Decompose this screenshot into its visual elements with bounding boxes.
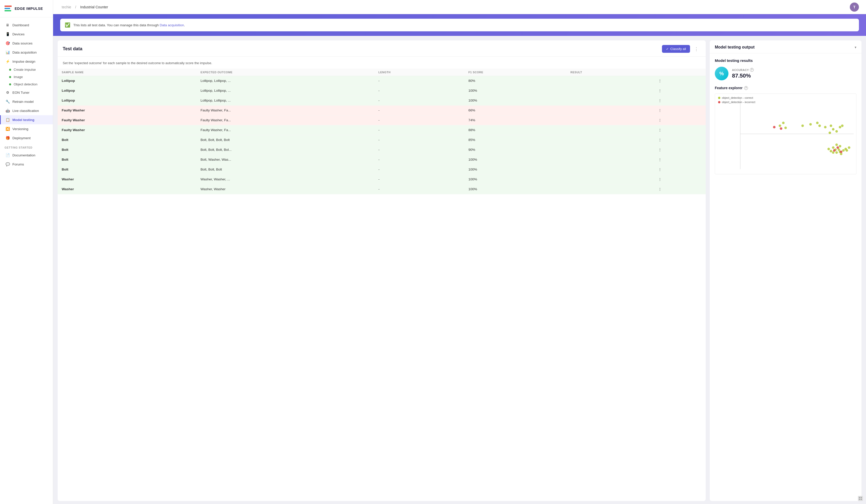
image-dot xyxy=(9,76,11,78)
sidebar-item-versioning[interactable]: 🔀 Versioning xyxy=(0,124,53,134)
sidebar-item-impulse-design[interactable]: ⚡ Impulse design xyxy=(0,57,53,66)
scrollbar-corner[interactable] xyxy=(858,496,863,501)
table-row: Faulty Washer Faulty Washer, Fa... - 66%… xyxy=(58,105,706,115)
cell-f1-score: 100% xyxy=(464,85,566,95)
cell-row-menu[interactable]: ⋮ xyxy=(654,154,706,164)
purple-banner: ✅ This lists all test data. You can mana… xyxy=(53,14,866,36)
cell-sample-name: Lollipop xyxy=(58,95,197,105)
cell-row-menu[interactable]: ⋮ xyxy=(654,164,706,174)
table-scroll-area[interactable]: SAMPLE NAME EXPECTED OUTCOME LENGTH F1 S… xyxy=(58,69,706,501)
more-options-icon[interactable]: ⋮ xyxy=(692,45,701,53)
svg-rect-5 xyxy=(859,497,860,498)
svg-rect-8 xyxy=(861,499,862,500)
edge-impulse-logo-icon xyxy=(4,4,12,13)
table-row: Lollipop Lollipop, Lollipop, ... - 80% ⋮ xyxy=(58,76,706,85)
cell-f1-score: 100% xyxy=(464,154,566,164)
svg-rect-1 xyxy=(4,8,10,9)
sidebar-item-label: Model testing xyxy=(12,118,34,122)
scatter-point-correct xyxy=(839,145,841,148)
col-result: RESULT xyxy=(566,69,654,76)
sidebar-sub-object-detection[interactable]: Object detection xyxy=(0,81,53,88)
versioning-icon: 🔀 xyxy=(5,127,10,131)
sidebar-item-retrain-model[interactable]: 🔧 Retrain model xyxy=(0,97,53,106)
cell-row-menu[interactable]: ⋮ xyxy=(654,174,706,184)
scatter-point-incorrect xyxy=(840,151,843,153)
test-data-table: SAMPLE NAME EXPECTED OUTCOME LENGTH F1 S… xyxy=(58,69,706,194)
cell-result xyxy=(566,85,654,95)
test-data-title: Test data xyxy=(63,46,82,51)
cell-f1-score: 66% xyxy=(464,105,566,115)
topbar: techie / Industrial Counter T xyxy=(53,0,866,14)
legend-incorrect: object_detection - incorrect xyxy=(718,101,755,104)
scatter-point-correct xyxy=(835,130,838,133)
cell-expected-outcome: Bolt, Washer, Was... xyxy=(197,154,374,164)
scatter-legend: object_detection - correct object_detect… xyxy=(718,96,755,104)
impulse-design-icon: ⚡ xyxy=(5,59,10,64)
cell-expected-outcome: Faulty Washer, Fa... xyxy=(197,125,374,135)
sidebar-item-label: Versioning xyxy=(12,127,28,131)
table-row: Bolt Bolt, Washer, Was... - 100% ⋮ xyxy=(58,154,706,164)
cell-expected-outcome: Lollipop, Lollipop, ... xyxy=(197,76,374,85)
scatter-point-correct xyxy=(841,125,844,127)
sidebar-item-documentation[interactable]: 📄 Documentation xyxy=(0,151,53,160)
cell-length: - xyxy=(374,164,464,174)
sidebar-item-data-acquisition[interactable]: 📊 Data acquisition xyxy=(0,48,53,57)
sidebar-item-eon-tuner[interactable]: ⚙ EON Tuner xyxy=(0,88,53,97)
cell-length: - xyxy=(374,135,464,145)
cell-sample-name: Washer xyxy=(58,184,197,194)
svg-rect-0 xyxy=(4,5,12,7)
sidebar-item-data-sources[interactable]: 🎯 Data sources xyxy=(0,39,53,48)
scatter-point-correct xyxy=(809,123,812,126)
sidebar-item-devices[interactable]: 📱 Devices xyxy=(0,30,53,39)
scatter-point-correct xyxy=(845,149,848,152)
data-acquisition-icon: 📊 xyxy=(5,50,10,55)
cell-expected-outcome: Lollipop, Lollipop, ... xyxy=(197,95,374,105)
cell-row-menu[interactable]: ⋮ xyxy=(654,184,706,194)
sidebar-sub-create-impulse[interactable]: Create impulse xyxy=(0,66,53,73)
header-actions: ✓ Classify all ⋮ xyxy=(662,45,701,53)
sidebar-item-live-classification[interactable]: 🤖 Live classification xyxy=(0,106,53,115)
cell-row-menu[interactable]: ⋮ xyxy=(654,76,706,85)
cell-f1-score: 100% xyxy=(464,164,566,174)
scatter-point-correct xyxy=(838,149,840,151)
cell-row-menu[interactable]: ⋮ xyxy=(654,85,706,95)
sidebar-item-model-testing[interactable]: 📋 Model testing xyxy=(0,115,53,124)
sidebar-item-label: Dashboard xyxy=(12,23,29,27)
dropdown-arrow-icon[interactable]: ▾ xyxy=(855,45,856,49)
sidebar-item-forums[interactable]: 💬 Forums xyxy=(0,160,53,169)
scatter-point-correct xyxy=(827,148,830,150)
cell-row-menu[interactable]: ⋮ xyxy=(654,135,706,145)
deployment-icon: 🎁 xyxy=(5,136,10,140)
sidebar-sub-label: Create impulse xyxy=(14,68,36,71)
classify-all-button[interactable]: ✓ Classify all xyxy=(662,45,690,53)
cell-f1-score: 90% xyxy=(464,145,566,154)
avatar[interactable]: T xyxy=(850,2,859,12)
sidebar-item-dashboard[interactable]: 🖥 Dashboard xyxy=(0,21,53,30)
cell-row-menu[interactable]: ⋮ xyxy=(654,95,706,105)
cell-sample-name: Bolt xyxy=(58,154,197,164)
scroll-icon xyxy=(859,497,862,500)
sidebar-sub-image[interactable]: Image xyxy=(0,73,53,81)
accuracy-info-icon[interactable]: ? xyxy=(750,68,754,72)
scatter-point-correct xyxy=(819,125,821,127)
cell-result xyxy=(566,154,654,164)
cell-f1-score: 100% xyxy=(464,174,566,184)
checkmark-icon: ✓ xyxy=(666,47,669,51)
sidebar-item-label: EON Tuner xyxy=(12,91,30,94)
table-header: SAMPLE NAME EXPECTED OUTCOME LENGTH F1 S… xyxy=(58,69,706,76)
feature-explorer-info-icon[interactable]: ? xyxy=(744,86,748,90)
cell-row-menu[interactable]: ⋮ xyxy=(654,115,706,125)
sidebar-sub-label: Image xyxy=(14,75,23,79)
cell-expected-outcome: Washer, Washer xyxy=(197,184,374,194)
correct-dot xyxy=(718,97,720,99)
cell-row-menu[interactable]: ⋮ xyxy=(654,125,706,135)
sidebar-item-deployment[interactable]: 🎁 Deployment xyxy=(0,134,53,142)
scatter-point-correct xyxy=(784,127,787,129)
table-row: Lollipop Lollipop, Lollipop, ... - 100% … xyxy=(58,85,706,95)
data-acquisition-link[interactable]: Data acquisition xyxy=(159,23,184,27)
cell-f1-score: 80% xyxy=(464,76,566,85)
table-row: Lollipop Lollipop, Lollipop, ... - 100% … xyxy=(58,95,706,105)
cell-result xyxy=(566,76,654,85)
cell-row-menu[interactable]: ⋮ xyxy=(654,145,706,154)
cell-row-menu[interactable]: ⋮ xyxy=(654,105,706,115)
